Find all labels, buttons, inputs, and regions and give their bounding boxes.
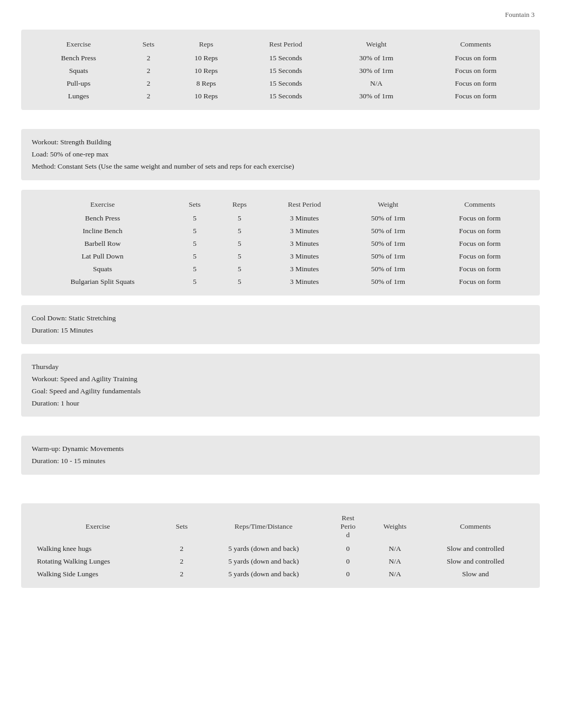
thursday-line2: Workout: Speed and Agility Training <box>32 373 529 385</box>
table2-wrapper: Exercise Sets Reps Rest Period Weight Co… <box>21 190 540 296</box>
table1-col-comments: Comments <box>422 37 529 52</box>
table-cell: 0 <box>328 568 368 580</box>
table-row: Bench Press553 Minutes50% of 1rmFocus on… <box>32 212 529 225</box>
table2-header-row: Exercise Sets Reps Rest Period Weight Co… <box>32 197 529 212</box>
table-cell: Focus on form <box>431 225 529 237</box>
table-cell: Focus on form <box>431 263 529 275</box>
table-row: Pull-ups28 Reps15 SecondsN/AFocus on for… <box>32 77 529 90</box>
table2: Exercise Sets Reps Rest Period Weight Co… <box>32 197 529 288</box>
thursday-line3: Goal: Speed and Agility fundamentals <box>32 385 529 398</box>
table-cell: 8 Reps <box>172 77 241 90</box>
table-cell: Bench Press <box>32 52 125 64</box>
cooldown-line2: Duration: 15 Minutes <box>32 325 529 337</box>
page-header: Fountain 3 <box>21 11 540 19</box>
table-cell: Focus on form <box>431 237 529 250</box>
table-cell: 5 yards (down and back) <box>200 555 328 568</box>
table-cell: 30% of 1rm <box>331 90 423 103</box>
table3-col-rest: Rest Perio d <box>328 511 368 542</box>
table-row: Squats210 Reps15 Seconds30% of 1rmFocus … <box>32 64 529 77</box>
table-cell: Barbell Row <box>32 237 173 250</box>
table1-col-rest: Rest Period <box>241 37 331 52</box>
table1-col-sets: Sets <box>125 37 171 52</box>
table-cell: Focus on form <box>422 52 529 64</box>
table-cell: 15 Seconds <box>241 90 331 103</box>
table-cell: Slow and controlled <box>422 542 529 555</box>
table-cell: 3 Minutes <box>263 225 346 237</box>
table-cell: 50% of 1rm <box>346 212 431 225</box>
table-cell: 0 <box>328 542 368 555</box>
table-cell: 5 yards (down and back) <box>200 568 328 580</box>
table-cell: Lat Pull Down <box>32 250 173 263</box>
table-row: Squats553 Minutes50% of 1rmFocus on form <box>32 263 529 275</box>
table3-col-exercise: Exercise <box>32 511 164 542</box>
table-cell: 5 yards (down and back) <box>200 542 328 555</box>
table3-col-sets: Sets <box>164 511 199 542</box>
thursday-section: Thursday Workout: Speed and Agility Trai… <box>21 354 540 417</box>
table-cell: 10 Reps <box>172 64 241 77</box>
table1-col-exercise: Exercise <box>32 37 125 52</box>
table-cell: 10 Reps <box>172 90 241 103</box>
strength-line3: Method: Constant Sets (Use the same weig… <box>32 161 529 173</box>
table-cell: 5 <box>216 237 263 250</box>
thursday-line4: Duration: 1 hour <box>32 398 529 410</box>
table-cell: Focus on form <box>431 275 529 288</box>
table-row: Bulgarian Split Squats553 Minutes50% of … <box>32 275 529 288</box>
table-cell: 50% of 1rm <box>346 250 431 263</box>
table-cell: Focus on form <box>422 64 529 77</box>
table-cell: 5 <box>173 212 216 225</box>
table-cell: 10 Reps <box>172 52 241 64</box>
table3-col-weights: Weights <box>368 511 422 542</box>
table-row: Walking Side Lunges25 yards (down and ba… <box>32 568 529 580</box>
table-cell: 2 <box>164 568 199 580</box>
table-cell: 15 Seconds <box>241 64 331 77</box>
table-cell: Pull-ups <box>32 77 125 90</box>
table-cell: 2 <box>125 90 171 103</box>
table-cell: Squats <box>32 64 125 77</box>
table-cell: Focus on form <box>431 250 529 263</box>
table2-col-exercise: Exercise <box>32 197 173 212</box>
table-cell: 3 Minutes <box>263 212 346 225</box>
table-cell: 50% of 1rm <box>346 275 431 288</box>
table1-col-weight: Weight <box>331 37 423 52</box>
warmup-section: Warm-up: Dynamic Movements Duration: 10 … <box>21 436 540 475</box>
page-title: Fountain 3 <box>505 11 535 19</box>
table-cell: Lunges <box>32 90 125 103</box>
table-cell: 2 <box>164 542 199 555</box>
table-cell: 5 <box>173 225 216 237</box>
table-cell: 3 Minutes <box>263 250 346 263</box>
strength-line2: Load: 50% of one-rep max <box>32 149 529 161</box>
table-cell: 2 <box>164 555 199 568</box>
table-cell: 5 <box>216 225 263 237</box>
table-cell: 5 <box>216 212 263 225</box>
table3-col-reps: Reps/Time/Distance <box>200 511 328 542</box>
table2-col-reps: Reps <box>216 197 263 212</box>
table-cell: Focus on form <box>422 90 529 103</box>
table-cell: Focus on form <box>431 212 529 225</box>
table1: Exercise Sets Reps Rest Period Weight Co… <box>32 37 529 103</box>
table2-col-rest: Rest Period <box>263 197 346 212</box>
table-cell: 2 <box>125 52 171 64</box>
table-cell: 5 <box>216 263 263 275</box>
table-cell: Bulgarian Split Squats <box>32 275 173 288</box>
table-row: Bench Press210 Reps15 Seconds30% of 1rmF… <box>32 52 529 64</box>
warmup-line1: Warm-up: Dynamic Movements <box>32 443 529 455</box>
table-cell: 5 <box>173 250 216 263</box>
cooldown-line1: Cool Down: Static Stretching <box>32 312 529 325</box>
table-row: Walking knee hugs25 yards (down and back… <box>32 542 529 555</box>
table-cell: 50% of 1rm <box>346 237 431 250</box>
table-cell: 0 <box>328 555 368 568</box>
table-cell: 50% of 1rm <box>346 263 431 275</box>
table-cell: N/A <box>331 77 423 90</box>
table-row: Lunges210 Reps15 Seconds30% of 1rmFocus … <box>32 90 529 103</box>
table-cell: 30% of 1rm <box>331 52 423 64</box>
table-cell: 50% of 1rm <box>346 225 431 237</box>
table-cell: 15 Seconds <box>241 77 331 90</box>
table-cell: 3 Minutes <box>263 275 346 288</box>
table-cell: 15 Seconds <box>241 52 331 64</box>
table-cell: Rotating Walking Lunges <box>32 555 164 568</box>
table-row: Lat Pull Down553 Minutes50% of 1rmFocus … <box>32 250 529 263</box>
table-row: Incline Bench553 Minutes50% of 1rmFocus … <box>32 225 529 237</box>
table-row: Barbell Row553 Minutes50% of 1rmFocus on… <box>32 237 529 250</box>
table3-header-row: Exercise Sets Reps/Time/Distance Rest Pe… <box>32 511 529 542</box>
cooldown-section: Cool Down: Static Stretching Duration: 1… <box>21 305 540 344</box>
